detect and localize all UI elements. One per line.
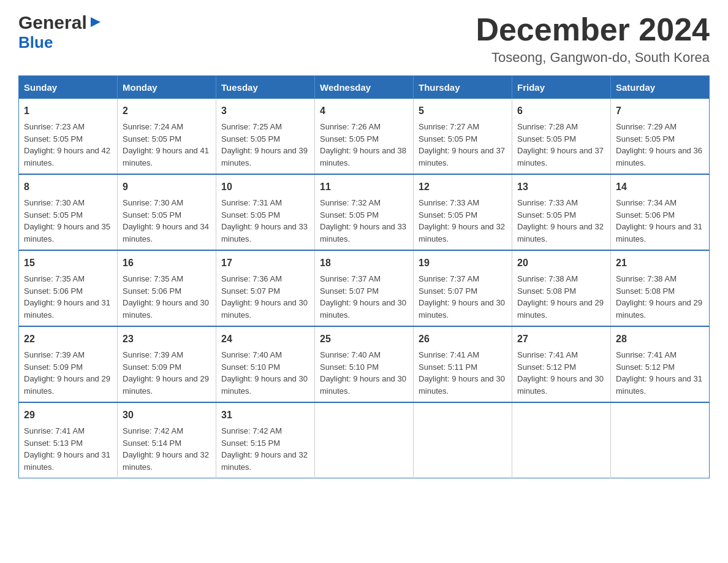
day-info: Sunrise: 7:28 AM Sunset: 5:05 PM Dayligh… xyxy=(517,121,605,169)
title-area: December 2024 Toseong, Gangwon-do, South… xyxy=(476,12,710,66)
calendar-day-cell: 30 Sunrise: 7:42 AM Sunset: 5:14 PM Dayl… xyxy=(118,402,216,478)
main-title: December 2024 xyxy=(476,12,710,47)
calendar-day-cell: 20 Sunrise: 7:38 AM Sunset: 5:08 PM Dayl… xyxy=(512,250,611,326)
day-info: Sunrise: 7:35 AM Sunset: 5:06 PM Dayligh… xyxy=(123,273,211,321)
calendar-day-cell: 9 Sunrise: 7:30 AM Sunset: 5:05 PM Dayli… xyxy=(118,174,216,250)
logo: General Blue xyxy=(18,12,102,52)
day-info: Sunrise: 7:39 AM Sunset: 5:09 PM Dayligh… xyxy=(24,349,112,397)
day-info: Sunrise: 7:30 AM Sunset: 5:05 PM Dayligh… xyxy=(24,197,112,245)
calendar-day-cell: 27 Sunrise: 7:41 AM Sunset: 5:12 PM Dayl… xyxy=(512,326,611,402)
day-info: Sunrise: 7:38 AM Sunset: 5:08 PM Dayligh… xyxy=(517,273,605,321)
calendar-day-cell: 7 Sunrise: 7:29 AM Sunset: 5:05 PM Dayli… xyxy=(611,99,710,174)
page-header: General Blue December 2024 Toseong, Gang… xyxy=(18,12,710,66)
calendar-day-cell: 24 Sunrise: 7:40 AM Sunset: 5:10 PM Dayl… xyxy=(216,326,315,402)
calendar-day-cell: 10 Sunrise: 7:31 AM Sunset: 5:05 PM Dayl… xyxy=(216,174,315,250)
day-info: Sunrise: 7:40 AM Sunset: 5:10 PM Dayligh… xyxy=(320,349,408,397)
day-info: Sunrise: 7:40 AM Sunset: 5:10 PM Dayligh… xyxy=(221,349,309,397)
day-info: Sunrise: 7:42 AM Sunset: 5:15 PM Dayligh… xyxy=(221,425,309,473)
calendar-day-cell: 12 Sunrise: 7:33 AM Sunset: 5:05 PM Dayl… xyxy=(414,174,512,250)
weekday-header-monday: Monday xyxy=(118,76,216,99)
day-info: Sunrise: 7:33 AM Sunset: 5:05 PM Dayligh… xyxy=(517,197,605,245)
day-info: Sunrise: 7:37 AM Sunset: 5:07 PM Dayligh… xyxy=(320,273,408,321)
day-info: Sunrise: 7:27 AM Sunset: 5:05 PM Dayligh… xyxy=(419,121,507,169)
calendar-table: SundayMondayTuesdayWednesdayThursdayFrid… xyxy=(18,75,710,478)
day-number: 20 xyxy=(517,256,605,270)
calendar-day-cell: 21 Sunrise: 7:38 AM Sunset: 5:08 PM Dayl… xyxy=(611,250,710,326)
calendar-day-cell: 25 Sunrise: 7:40 AM Sunset: 5:10 PM Dayl… xyxy=(315,326,414,402)
calendar-day-cell: 22 Sunrise: 7:39 AM Sunset: 5:09 PM Dayl… xyxy=(19,326,118,402)
day-number: 12 xyxy=(419,180,507,194)
calendar-day-cell: 19 Sunrise: 7:37 AM Sunset: 5:07 PM Dayl… xyxy=(414,250,512,326)
logo-general-text: General xyxy=(18,12,87,33)
calendar-day-cell: 16 Sunrise: 7:35 AM Sunset: 5:06 PM Dayl… xyxy=(118,250,216,326)
calendar-week-row: 1 Sunrise: 7:23 AM Sunset: 5:05 PM Dayli… xyxy=(19,99,710,174)
day-info: Sunrise: 7:38 AM Sunset: 5:08 PM Dayligh… xyxy=(616,273,704,321)
day-number: 7 xyxy=(616,104,704,118)
calendar-day-cell xyxy=(611,402,710,478)
calendar-day-cell: 8 Sunrise: 7:30 AM Sunset: 5:05 PM Dayli… xyxy=(19,174,118,250)
calendar-day-cell: 13 Sunrise: 7:33 AM Sunset: 5:05 PM Dayl… xyxy=(512,174,611,250)
day-info: Sunrise: 7:23 AM Sunset: 5:05 PM Dayligh… xyxy=(24,121,112,169)
calendar-day-cell xyxy=(414,402,512,478)
day-info: Sunrise: 7:33 AM Sunset: 5:05 PM Dayligh… xyxy=(419,197,507,245)
day-number: 29 xyxy=(24,408,112,423)
calendar-day-cell: 1 Sunrise: 7:23 AM Sunset: 5:05 PM Dayli… xyxy=(19,99,118,174)
day-number: 3 xyxy=(221,104,309,118)
day-info: Sunrise: 7:35 AM Sunset: 5:06 PM Dayligh… xyxy=(24,273,112,321)
calendar-day-cell: 11 Sunrise: 7:32 AM Sunset: 5:05 PM Dayl… xyxy=(315,174,414,250)
day-number: 13 xyxy=(517,180,605,194)
calendar-day-cell: 4 Sunrise: 7:26 AM Sunset: 5:05 PM Dayli… xyxy=(315,99,414,174)
day-number: 17 xyxy=(221,256,309,270)
day-number: 28 xyxy=(616,332,704,347)
day-info: Sunrise: 7:25 AM Sunset: 5:05 PM Dayligh… xyxy=(221,121,309,169)
calendar-day-cell: 15 Sunrise: 7:35 AM Sunset: 5:06 PM Dayl… xyxy=(19,250,118,326)
calendar-day-cell: 28 Sunrise: 7:41 AM Sunset: 5:12 PM Dayl… xyxy=(611,326,710,402)
day-info: Sunrise: 7:41 AM Sunset: 5:13 PM Dayligh… xyxy=(24,425,112,473)
calendar-day-cell: 26 Sunrise: 7:41 AM Sunset: 5:11 PM Dayl… xyxy=(414,326,512,402)
calendar-header-row: SundayMondayTuesdayWednesdayThursdayFrid… xyxy=(19,76,710,99)
calendar-week-row: 15 Sunrise: 7:35 AM Sunset: 5:06 PM Dayl… xyxy=(19,250,710,326)
calendar-week-row: 29 Sunrise: 7:41 AM Sunset: 5:13 PM Dayl… xyxy=(19,402,710,478)
day-number: 22 xyxy=(24,332,112,347)
day-number: 21 xyxy=(616,256,704,270)
calendar-week-row: 22 Sunrise: 7:39 AM Sunset: 5:09 PM Dayl… xyxy=(19,326,710,402)
day-number: 15 xyxy=(24,256,112,270)
calendar-day-cell: 17 Sunrise: 7:36 AM Sunset: 5:07 PM Dayl… xyxy=(216,250,315,326)
calendar-day-cell: 2 Sunrise: 7:24 AM Sunset: 5:05 PM Dayli… xyxy=(118,99,216,174)
day-number: 27 xyxy=(517,332,605,347)
calendar-day-cell: 14 Sunrise: 7:34 AM Sunset: 5:06 PM Dayl… xyxy=(611,174,710,250)
day-number: 6 xyxy=(517,104,605,118)
weekday-header-thursday: Thursday xyxy=(414,76,512,99)
day-number: 24 xyxy=(221,332,309,347)
day-info: Sunrise: 7:26 AM Sunset: 5:05 PM Dayligh… xyxy=(320,121,408,169)
subtitle: Toseong, Gangwon-do, South Korea xyxy=(476,50,710,66)
day-number: 31 xyxy=(221,408,309,423)
svg-marker-0 xyxy=(91,17,100,27)
weekday-header-sunday: Sunday xyxy=(19,76,118,99)
day-number: 2 xyxy=(123,104,211,118)
day-info: Sunrise: 7:41 AM Sunset: 5:11 PM Dayligh… xyxy=(419,349,507,397)
day-info: Sunrise: 7:36 AM Sunset: 5:07 PM Dayligh… xyxy=(221,273,309,321)
day-info: Sunrise: 7:31 AM Sunset: 5:05 PM Dayligh… xyxy=(221,197,309,245)
calendar-day-cell: 31 Sunrise: 7:42 AM Sunset: 5:15 PM Dayl… xyxy=(216,402,315,478)
day-info: Sunrise: 7:30 AM Sunset: 5:05 PM Dayligh… xyxy=(123,197,211,245)
calendar-day-cell xyxy=(512,402,611,478)
day-info: Sunrise: 7:32 AM Sunset: 5:05 PM Dayligh… xyxy=(320,197,408,245)
calendar-day-cell: 5 Sunrise: 7:27 AM Sunset: 5:05 PM Dayli… xyxy=(414,99,512,174)
day-number: 10 xyxy=(221,180,309,194)
weekday-header-saturday: Saturday xyxy=(611,76,710,99)
day-info: Sunrise: 7:24 AM Sunset: 5:05 PM Dayligh… xyxy=(123,121,211,169)
calendar-day-cell: 18 Sunrise: 7:37 AM Sunset: 5:07 PM Dayl… xyxy=(315,250,414,326)
logo-flag-icon xyxy=(88,16,102,29)
calendar-day-cell xyxy=(315,402,414,478)
day-number: 30 xyxy=(123,408,211,423)
day-info: Sunrise: 7:41 AM Sunset: 5:12 PM Dayligh… xyxy=(616,349,704,397)
day-number: 1 xyxy=(24,104,112,118)
calendar-day-cell: 3 Sunrise: 7:25 AM Sunset: 5:05 PM Dayli… xyxy=(216,99,315,174)
day-number: 16 xyxy=(123,256,211,270)
day-info: Sunrise: 7:41 AM Sunset: 5:12 PM Dayligh… xyxy=(517,349,605,397)
day-number: 14 xyxy=(616,180,704,194)
weekday-header-wednesday: Wednesday xyxy=(315,76,414,99)
day-info: Sunrise: 7:37 AM Sunset: 5:07 PM Dayligh… xyxy=(419,273,507,321)
weekday-header-tuesday: Tuesday xyxy=(216,76,315,99)
